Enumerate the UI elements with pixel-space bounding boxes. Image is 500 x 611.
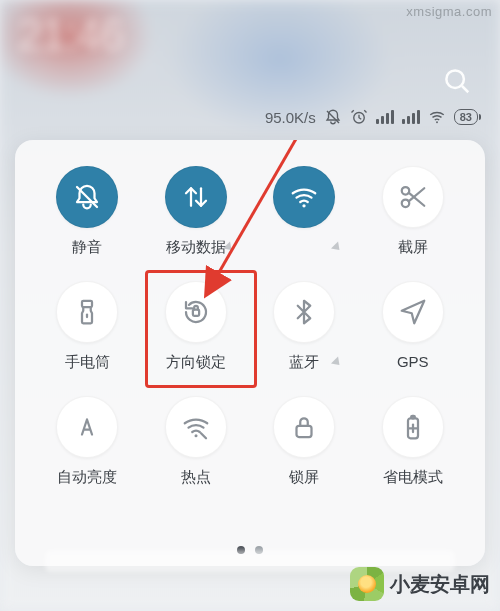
alarm-icon: [350, 108, 368, 126]
search-button[interactable]: [442, 66, 472, 96]
svg-point-0: [446, 70, 464, 88]
tile-hotspot[interactable]: 热点: [142, 396, 251, 487]
tile-label: 蓝牙: [289, 353, 319, 372]
tile-label: 手电筒: [65, 353, 110, 372]
lock-icon: [289, 412, 319, 442]
tile-mute[interactable]: 静音: [33, 166, 142, 257]
wifi-icon: [289, 182, 319, 212]
auto-brightness-icon: [72, 412, 102, 442]
svg-point-12: [194, 434, 197, 437]
bluetooth-icon: [289, 297, 319, 327]
net-speed: 95.0K/s: [265, 109, 316, 126]
tile-wifi[interactable]: [250, 166, 359, 257]
wifi-status-icon: [428, 108, 446, 126]
flashlight-icon: [72, 297, 102, 327]
signal-1-icon: [376, 110, 394, 124]
tile-rotation-lock[interactable]: 方向锁定: [142, 281, 251, 372]
tile-label: 自动亮度: [57, 468, 117, 487]
tile-screenshot[interactable]: 截屏: [359, 166, 468, 257]
tile-label: 热点: [181, 468, 211, 487]
watermark-top: xmsigma.com: [406, 4, 492, 19]
tile-label: 静音: [72, 238, 102, 257]
tile-label: 截屏: [398, 238, 428, 257]
watermark-logo-icon: [350, 567, 384, 601]
tile-label: 移动数据: [166, 238, 226, 257]
dnd-icon: [324, 108, 342, 126]
status-bar: 95.0K/s 83: [265, 108, 478, 126]
tile-battery-saver[interactable]: 省电模式: [359, 396, 468, 487]
tile-gps[interactable]: GPS: [359, 281, 468, 372]
watermark-bottom: 小麦安卓网: [350, 567, 490, 601]
svg-point-6: [303, 204, 306, 207]
svg-rect-13: [297, 426, 312, 437]
tile-bluetooth[interactable]: 蓝牙: [250, 281, 359, 372]
bell-off-icon: [72, 182, 102, 212]
expand-indicator-icon: [331, 356, 343, 368]
tile-flashlight[interactable]: 手电筒: [33, 281, 142, 372]
svg-point-4: [436, 121, 438, 123]
scissors-icon: [398, 182, 428, 212]
rotation-lock-icon: [181, 297, 211, 327]
navigation-icon: [398, 297, 428, 327]
tile-label: 省电模式: [383, 468, 443, 487]
data-arrows-icon: [181, 182, 211, 212]
expand-indicator-icon: [331, 241, 343, 253]
tile-label: 锁屏: [289, 468, 319, 487]
tile-mobile-data[interactable]: 移动数据: [142, 166, 251, 257]
tile-lock-screen[interactable]: 锁屏: [250, 396, 359, 487]
tile-auto-brightness[interactable]: 自动亮度: [33, 396, 142, 487]
svg-line-1: [462, 86, 468, 92]
svg-rect-15: [411, 416, 415, 419]
signal-2-icon: [402, 110, 420, 124]
hotspot-icon: [181, 412, 211, 442]
battery-plus-icon: [398, 412, 428, 442]
lock-clock-blur: 21:46: [18, 10, 123, 60]
quick-settings-panel: 静音 移动数据 截屏 手电筒 方向锁定 蓝牙: [15, 140, 485, 566]
battery-indicator: 83: [454, 109, 478, 125]
tile-label: 方向锁定: [166, 353, 226, 372]
tile-label: GPS: [397, 353, 429, 370]
